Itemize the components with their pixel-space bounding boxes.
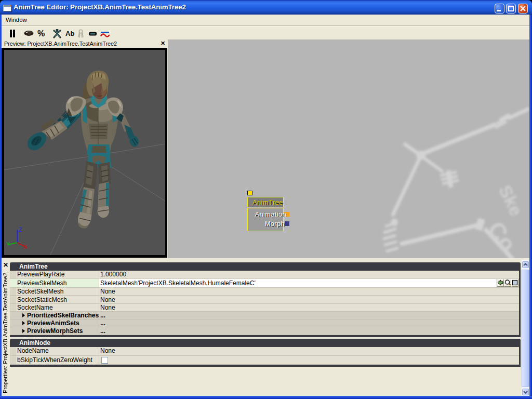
svg-text:Y: Y [6,241,10,247]
svg-text:Z: Z [19,227,22,233]
svg-text:Co: Co [483,217,522,256]
svg-text:Ab: Ab [65,30,74,37]
svg-text:%: % [37,29,45,38]
svg-text:Ske: Ske [495,182,527,219]
svg-text:X: X [23,244,28,250]
